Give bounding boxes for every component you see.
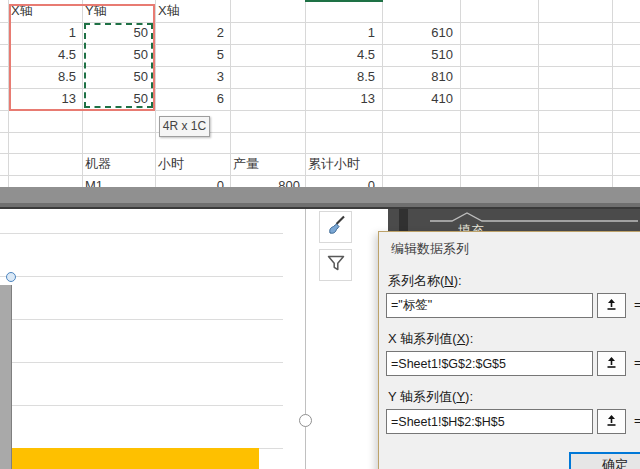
- cell[interactable]: 6: [155, 88, 227, 110]
- gridline: [230, 0, 231, 187]
- cell[interactable]: 510: [382, 44, 456, 66]
- cell[interactable]: 0: [305, 175, 378, 187]
- collapse-dialog-icon: [605, 413, 618, 431]
- cell[interactable]: 800: [230, 175, 303, 187]
- dialog-title: 编辑数据系列: [391, 240, 469, 258]
- x-values-input[interactable]: [386, 351, 593, 376]
- y-values-preview: =: [634, 409, 640, 434]
- cell[interactable]: 5: [155, 44, 227, 66]
- window-divider: [0, 187, 640, 203]
- cell[interactable]: M1: [85, 175, 103, 187]
- cell[interactable]: 4.5: [305, 44, 378, 66]
- collapse-dialog-icon: [605, 297, 618, 315]
- cell[interactable]: 810: [382, 66, 456, 88]
- x-values-label: X 轴系列值(X):: [388, 330, 473, 348]
- y-values-input[interactable]: [386, 409, 593, 434]
- collapse-dialog-button[interactable]: [597, 409, 626, 434]
- selection-size-tooltip: 4R x 1C: [159, 116, 210, 137]
- chart-resize-handle[interactable]: [299, 414, 312, 427]
- edit-data-series-dialog: 编辑数据系列 系列名称(N): = X 轴系列值(X):: [378, 231, 640, 469]
- collapse-dialog-button[interactable]: [597, 293, 626, 318]
- selection-marquee: [84, 23, 153, 108]
- cell[interactable]: 13: [305, 88, 378, 110]
- cell-output-header[interactable]: 产量: [233, 153, 259, 175]
- chart-gridline: [0, 276, 283, 277]
- excel-screenshot: X轴 Y轴 X轴 1 4.5 8.5 13 50 50 50 50 2 5 3 …: [0, 0, 640, 469]
- collapse-dialog-button[interactable]: [597, 351, 626, 376]
- window-left-edge: [0, 285, 12, 469]
- cell[interactable]: 610: [382, 22, 456, 44]
- format-pane-header: 填充: [388, 209, 640, 232]
- plot-area-selection-handle[interactable]: [6, 272, 16, 282]
- chart-series-bar[interactable]: [12, 448, 259, 469]
- series-name-preview: =: [634, 293, 640, 318]
- y-values-label: Y 轴系列值(Y):: [388, 388, 473, 406]
- cell[interactable]: 1: [305, 22, 378, 44]
- cell[interactable]: 2: [155, 22, 227, 44]
- ok-button[interactable]: 确定: [569, 452, 640, 469]
- cell-header-x2[interactable]: X轴: [158, 0, 180, 22]
- brush-icon: [325, 214, 347, 240]
- cell-machine-header[interactable]: 机器: [85, 153, 111, 175]
- gridline: [612, 0, 613, 187]
- cell[interactable]: 0: [155, 175, 227, 187]
- cell-cumhours-header[interactable]: 累计小时: [308, 153, 360, 175]
- chart-gridline: [0, 405, 283, 406]
- cell-hours-header[interactable]: 小时: [158, 153, 184, 175]
- series-name-label: 系列名称(N):: [388, 272, 462, 290]
- gridline: [538, 0, 539, 187]
- gridline: [0, 132, 640, 133]
- worksheet-grid: X轴 Y轴 X轴 1 4.5 8.5 13 50 50 50 50 2 5 3 …: [0, 0, 640, 187]
- chart-filters-button[interactable]: [319, 249, 352, 281]
- cell[interactable]: 8.5: [305, 66, 378, 88]
- chart-gridline: [0, 233, 283, 234]
- cell[interactable]: 410: [382, 88, 456, 110]
- chart-gridline: [0, 319, 283, 320]
- chart-right-border: [305, 209, 306, 469]
- cell[interactable]: 3: [155, 66, 227, 88]
- gridline: [460, 0, 461, 187]
- x-values-preview: =: [634, 351, 640, 376]
- chart-styles-button[interactable]: [319, 211, 352, 243]
- selected-column-border: [305, 0, 383, 2]
- series-name-input[interactable]: [386, 293, 593, 318]
- funnel-icon: [325, 252, 347, 278]
- collapse-dialog-icon: [605, 355, 618, 373]
- chart-gridline: [0, 362, 283, 363]
